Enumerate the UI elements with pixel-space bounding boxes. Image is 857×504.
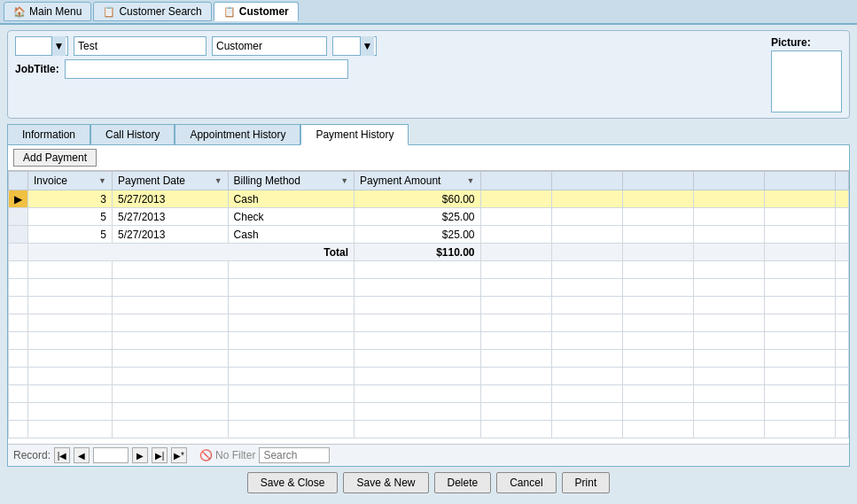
empty-row [9,385,849,403]
empty-row [9,421,849,438]
tab-customer-label: Customer [239,5,289,18]
table-row[interactable]: 5 5/27/2013 Check $25.00 [9,208,849,226]
tab-customer[interactable]: 📋 Customer [214,2,299,21]
record-label: Record: [13,449,51,461]
table-container: Add Payment Invoice ▼ [7,144,850,467]
empty-row [9,368,849,385]
col-extra-3 [622,172,693,190]
prefix-dropdown-arrow[interactable]: ▼ [51,36,66,56]
nav-new-button[interactable]: ▶* [171,447,187,463]
suffix-dropdown-arrow[interactable]: ▼ [360,36,374,56]
customer-header: ▼ ▼ JobTitle: Picture: [7,30,850,119]
col-extra-6 [835,172,848,190]
empty-3 [622,208,693,226]
cancel-button[interactable]: Cancel [496,472,556,493]
tab-main-menu-label: Main Menu [29,5,82,18]
nav-search-input[interactable] [259,447,330,463]
empty-1 [480,190,551,208]
empty-row [9,314,849,332]
billing-method-cell: Cash [228,190,354,208]
picture-box [771,50,842,112]
empty-5 [764,226,835,244]
row-indicator [9,208,28,226]
first-name-input[interactable] [74,36,206,56]
table2-icon: 📋 [223,6,236,18]
print-button[interactable]: Print [562,472,611,493]
empty-3 [622,226,693,244]
billing-method-sort-icon: ▼ [340,176,348,185]
billing-method-cell: Cash [228,226,354,244]
invoice-cell: 5 [28,226,113,244]
table-scroll-area[interactable]: Invoice ▼ Payment Date ▼ [8,171,849,444]
main-container: ▼ ▼ JobTitle: Picture: Information [0,25,857,504]
payment-amount-cell: $25.00 [354,208,480,226]
tab-customer-search-label: Customer Search [119,5,201,18]
tab-information[interactable]: Information [7,124,90,145]
empty-2 [551,208,622,226]
payment-date-cell: 5/27/2013 [112,190,228,208]
table-row[interactable]: 5 5/27/2013 Cash $25.00 [9,226,849,244]
nav-filter: 🚫 No Filter [199,449,255,461]
empty-2 [551,190,622,208]
empty-row [9,403,849,421]
empty-4 [693,226,764,244]
col-header-invoice[interactable]: Invoice ▼ [28,172,113,190]
total-row: Total $110.00 [9,244,849,261]
no-filter-label: No Filter [215,449,255,461]
tab-payment-history[interactable]: Payment History [300,124,409,145]
nav-first-button[interactable]: |◀ [54,447,70,463]
empty-1 [480,226,551,244]
content-tabs: Information Call History Appointment His… [7,124,850,145]
nav-next-button[interactable]: ▶ [132,447,148,463]
empty-row [9,332,849,350]
payment-date-cell: 5/27/2013 [112,226,228,244]
billing-method-cell: Check [228,208,354,226]
tab-appointment-history[interactable]: Appointment History [175,124,300,145]
picture-label: Picture: [771,36,811,49]
empty-6 [835,190,848,208]
empty-row [9,261,849,279]
total-amount: $110.00 [354,244,480,261]
save-new-button[interactable]: Save & New [343,472,428,493]
title-bar: 🏠 Main Menu 📋 Customer Search 📋 Customer [0,0,857,25]
empty-6 [835,226,848,244]
delete-button[interactable]: Delete [434,472,492,493]
nav-page-input[interactable] [93,447,129,463]
customer-fields: ▼ ▼ JobTitle: [15,36,764,79]
tab-customer-search[interactable]: 📋 Customer Search [93,2,211,21]
payment-date-sort-icon: ▼ [214,176,222,185]
save-close-button[interactable]: Save & Close [247,472,339,493]
invoice-cell: 3 [28,190,113,208]
job-title-label: JobTitle: [15,63,59,75]
suffix-select[interactable]: ▼ [332,36,377,56]
table-icon: 📋 [103,6,115,18]
invoice-sort-icon: ▼ [98,176,106,185]
nav-prev-button[interactable]: ◀ [74,447,90,463]
col-header-payment-date[interactable]: Payment Date ▼ [112,172,228,190]
prefix-select[interactable]: ▼ [15,36,68,56]
row-indicator-header [9,172,28,190]
payment-amount-cell: $60.00 [354,190,480,208]
empty-2 [551,226,622,244]
filter-icon: 🚫 [199,449,213,461]
tab-main-menu[interactable]: 🏠 Main Menu [4,2,91,21]
empty-row [9,350,849,368]
job-title-input[interactable] [65,59,348,79]
col-extra-2 [551,172,622,190]
empty-5 [764,190,835,208]
row-indicator: ▶ [9,190,28,208]
empty-row [9,279,849,297]
payment-amount-cell: $25.00 [354,226,480,244]
total-indicator [9,244,28,261]
add-payment-button[interactable]: Add Payment [13,149,97,167]
col-extra-4 [693,172,764,190]
payment-date-cell: 5/27/2013 [112,208,228,226]
empty-3 [622,190,693,208]
tab-call-history[interactable]: Call History [90,124,175,145]
last-name-input[interactable] [212,36,327,56]
nav-last-button[interactable]: ▶| [152,447,168,463]
col-header-billing-method[interactable]: Billing Method ▼ [228,172,354,190]
table-row[interactable]: ▶ 3 5/27/2013 Cash $60.00 [9,190,849,208]
col-header-payment-amount[interactable]: Payment Amount ▼ [354,172,480,190]
invoice-cell: 5 [28,208,113,226]
